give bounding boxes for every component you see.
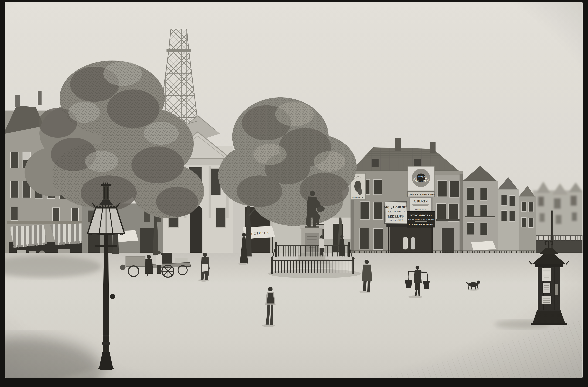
photo-mount: APOTHEEK: [0, 0, 588, 387]
sepia-tone: [5, 2, 583, 378]
photograph: APOTHEEK: [0, 0, 588, 387]
